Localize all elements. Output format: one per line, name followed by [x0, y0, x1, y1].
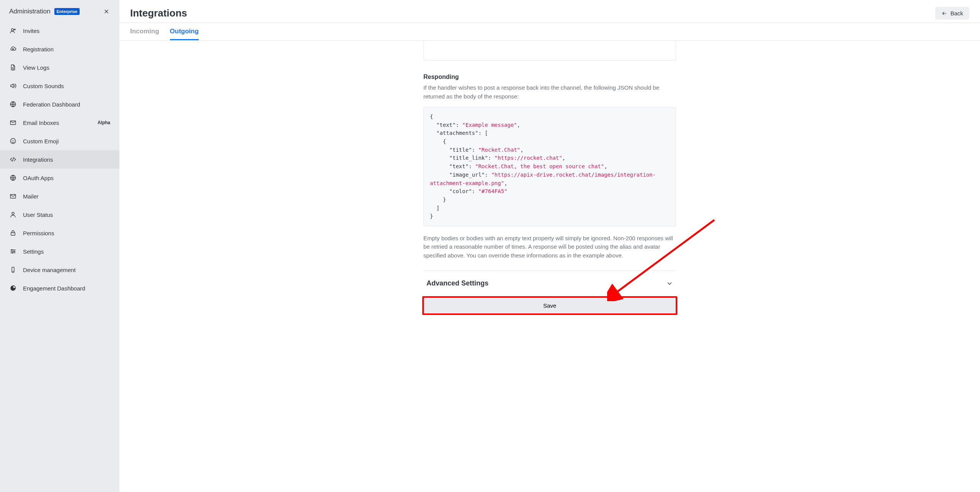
advanced-settings-toggle[interactable]: Advanced Settings — [423, 271, 676, 296]
sidebar-item-view-logs[interactable]: View Logs — [0, 58, 119, 77]
sidebar-item-label: Engagement Dashboard — [23, 285, 110, 292]
sidebar-item-user-status[interactable]: User Status — [0, 205, 119, 224]
sidebar-item-label: Registration — [23, 46, 110, 52]
back-button[interactable]: Back — [935, 7, 969, 20]
sidebar-item-federation-dashboard[interactable]: Federation Dashboard — [0, 95, 119, 113]
textarea-preview-remainder — [423, 41, 676, 61]
svg-line-15 — [13, 157, 14, 162]
sidebar-item-email-inboxes[interactable]: Email InboxesAlpha — [0, 113, 119, 132]
svg-point-13 — [12, 140, 12, 141]
mail-icon — [9, 192, 17, 200]
user-plus-icon — [9, 27, 17, 34]
svg-marker-8 — [11, 84, 13, 88]
sidebar-item-label: OAuth Apps — [23, 175, 110, 181]
svg-point-24 — [11, 249, 12, 250]
sidebar-item-label: Device management — [23, 267, 110, 273]
sidebar-item-label: Custom Sounds — [23, 83, 110, 89]
sidebar-item-label: Settings — [23, 248, 110, 255]
pie-icon — [9, 284, 17, 292]
svg-point-12 — [10, 138, 16, 144]
sidebar-item-custom-emoji[interactable]: Custom Emoji — [0, 132, 119, 150]
tab-incoming[interactable]: Incoming — [130, 23, 159, 40]
sidebar-item-integrations[interactable]: Integrations — [0, 150, 119, 169]
chevron-down-icon — [666, 280, 673, 287]
page-header: Integrations Back — [119, 0, 980, 23]
sidebar-item-label: Custom Emoji — [23, 138, 110, 144]
responding-json-code: { "text": "Example message", "attachment… — [423, 107, 676, 226]
cloud-icon — [9, 45, 17, 53]
user-icon — [9, 211, 17, 218]
svg-point-2 — [11, 29, 14, 31]
emoji-icon — [9, 137, 17, 145]
file-icon — [9, 64, 17, 71]
save-label: Save — [543, 302, 556, 309]
responding-help: If the handler wishes to post a response… — [423, 84, 676, 101]
tabs: Incoming Outgoing — [119, 23, 980, 40]
arrow-left-icon — [941, 11, 947, 16]
svg-point-26 — [12, 253, 13, 253]
sidebar-item-oauth-apps[interactable]: OAuth Apps — [0, 169, 119, 187]
sliders-icon — [9, 248, 17, 255]
responding-footnote: Empty bodies or bodies with an empty tex… — [423, 234, 676, 260]
admin-sidebar: Administration Enterprise InvitesRegistr… — [0, 0, 119, 492]
sidebar-item-label: Permissions — [23, 230, 110, 236]
sidebar-item-label: Invites — [23, 28, 110, 34]
volume-icon — [9, 82, 17, 90]
sidebar-item-tag: Alpha — [98, 120, 110, 125]
sidebar-item-custom-sounds[interactable]: Custom Sounds — [0, 77, 119, 95]
sidebar-item-engagement-dashboard[interactable]: Engagement Dashboard — [0, 279, 119, 297]
sidebar-item-mailer[interactable]: Mailer — [0, 187, 119, 205]
svg-point-25 — [14, 251, 15, 252]
sidebar-nav: InvitesRegistrationView LogsCustom Sound… — [0, 21, 119, 492]
sidebar-header: Administration Enterprise — [0, 0, 119, 21]
advanced-settings-title: Advanced Settings — [426, 279, 488, 287]
svg-rect-20 — [11, 233, 15, 235]
sidebar-item-device-management[interactable]: Device management — [0, 261, 119, 279]
code-icon — [9, 156, 17, 163]
enterprise-badge: Enterprise — [54, 8, 80, 15]
tab-outgoing[interactable]: Outgoing — [170, 23, 199, 40]
main-panel: Integrations Back Incoming Outgoing Resp… — [119, 0, 980, 492]
save-button[interactable]: Save — [423, 297, 676, 314]
sidebar-item-invites[interactable]: Invites — [0, 21, 119, 40]
svg-point-19 — [12, 212, 14, 215]
sidebar-item-permissions[interactable]: Permissions — [0, 224, 119, 242]
sidebar-item-settings[interactable]: Settings — [0, 242, 119, 261]
close-icon — [103, 8, 109, 15]
page-title: Integrations — [130, 7, 187, 19]
sidebar-item-label: Mailer — [23, 193, 110, 200]
sidebar-item-label: Integrations — [23, 156, 110, 163]
sidebar-item-label: View Logs — [23, 64, 110, 71]
advanced-settings-accordion: Advanced Settings — [423, 271, 676, 296]
svg-point-14 — [14, 140, 14, 141]
content-scroll[interactable]: Responding If the handler wishes to post… — [119, 41, 980, 492]
globe-icon — [9, 174, 17, 182]
responding-label: Responding — [423, 74, 676, 80]
device-icon — [9, 266, 17, 274]
mail-icon — [9, 119, 17, 126]
lock-icon — [9, 229, 17, 237]
sidebar-item-label: User Status — [23, 212, 110, 218]
globe-icon — [9, 100, 17, 108]
sidebar-title: Administration — [9, 8, 51, 15]
sidebar-item-registration[interactable]: Registration — [0, 40, 119, 58]
sidebar-item-label: Federation Dashboard — [23, 101, 110, 108]
close-button[interactable] — [101, 6, 112, 17]
sidebar-item-label: Email Inboxes — [23, 120, 91, 126]
back-label: Back — [951, 10, 963, 16]
